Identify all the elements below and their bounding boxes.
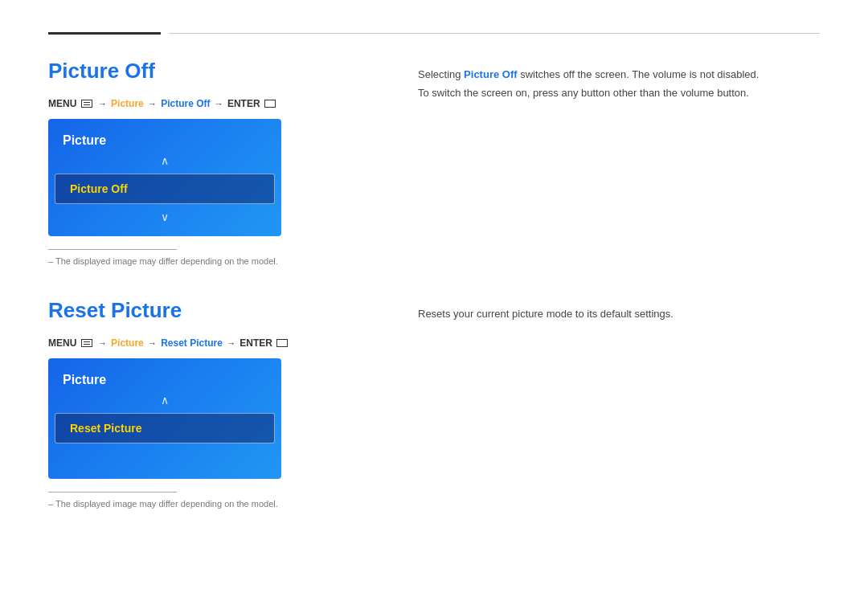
picture-off-left: Picture Off MENU → Picture → Picture Off… [48, 59, 370, 266]
picture-off-tv-menu: Picture ∧ Picture Off ∨ [48, 119, 281, 236]
section1-divider [48, 249, 177, 250]
tv-menu-arrow-up-1: ∧ [48, 153, 281, 170]
reset-picture-left: Reset Picture MENU → Picture → Reset Pic… [48, 298, 370, 509]
section2-divider [48, 492, 177, 492]
reset-picture-tv-menu: Picture ∧ Reset Picture [48, 358, 281, 479]
top-divider [48, 32, 820, 35]
enter-label: ENTER [227, 98, 263, 109]
reset-picture-right: Resets your current picture mode to its … [370, 298, 820, 509]
tv-menu-selected-item-1: Picture Off [55, 174, 275, 204]
arrow2: → [148, 99, 159, 108]
note-dash-2: – [48, 499, 55, 509]
menu-label-2: MENU [48, 337, 80, 349]
path-reset-picture: Reset Picture [161, 337, 223, 349]
path-picture: Picture [111, 98, 144, 109]
top-rule-left [48, 32, 161, 35]
picture-off-title: Picture Off [48, 59, 370, 84]
arrow1: → [98, 99, 109, 108]
note-dash-1: – [48, 256, 55, 266]
picture-off-menu-path: MENU → Picture → Picture Off → ENTER [48, 98, 370, 109]
tv-menu-title-1: Picture [48, 127, 281, 153]
picture-off-right: Selecting Picture Off switches off the s… [370, 59, 820, 266]
enter-icon [264, 100, 276, 108]
picture-off-highlight: Picture Off [464, 68, 517, 80]
menu-icon-2 [81, 339, 92, 347]
tv-menu-arrow-up-2: ∧ [48, 392, 281, 410]
arrow5: → [148, 338, 159, 348]
arrow6: → [227, 338, 238, 348]
picture-off-desc1: Selecting Picture Off switches off the s… [418, 67, 820, 84]
picture-off-desc2: To switch the screen on, press any butto… [418, 85, 820, 102]
menu-icon [81, 100, 92, 108]
picture-off-section: Picture Off MENU → Picture → Picture Off… [48, 59, 820, 266]
reset-picture-menu-path: MENU → Picture → Reset Picture → ENTER [48, 337, 370, 349]
top-rule-right [169, 33, 820, 34]
page-container: Picture Off MENU → Picture → Picture Off… [0, 0, 868, 573]
enter-label-2: ENTER [240, 337, 275, 349]
note-text-2: The displayed image may differ depending… [55, 499, 278, 509]
tv-menu-title-2: Picture [48, 366, 281, 392]
path-picture-off: Picture Off [161, 98, 210, 109]
enter-icon-2 [276, 339, 288, 347]
tv-menu-selected-item-2: Reset Picture [55, 413, 275, 443]
reset-picture-section: Reset Picture MENU → Picture → Reset Pic… [48, 298, 820, 509]
arrow3: → [215, 99, 226, 108]
arrow4: → [98, 338, 109, 348]
reset-picture-note: – The displayed image may differ dependi… [48, 499, 370, 509]
menu-label: MENU [48, 98, 80, 109]
reset-picture-desc: Resets your current picture mode to its … [418, 306, 820, 323]
note-text-1: The displayed image may differ depending… [55, 256, 278, 266]
path-picture-2: Picture [111, 337, 144, 349]
picture-off-note: – The displayed image may differ dependi… [48, 256, 370, 266]
reset-picture-title: Reset Picture [48, 298, 370, 323]
tv-menu-arrow-down-1: ∨ [48, 207, 281, 228]
